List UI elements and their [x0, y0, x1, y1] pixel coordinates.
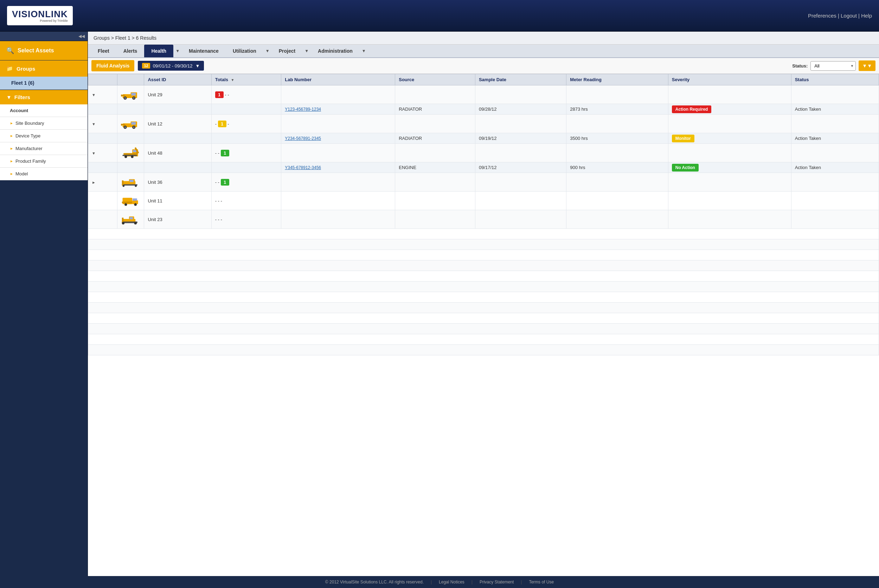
help-link[interactable]: Help [861, 13, 872, 19]
chevron-right-icon3: ► [10, 147, 14, 150]
filter-account[interactable]: Account [0, 104, 87, 117]
meter-reading-cell [566, 192, 668, 210]
status-cell: Action Taken [791, 104, 879, 115]
tab-health[interactable]: Health [144, 45, 173, 57]
preferences-link[interactable]: Preferences [808, 13, 837, 19]
status-cell [791, 86, 879, 104]
badge-green: 1 [221, 179, 229, 186]
privacy-statement-link[interactable]: Privacy Statement [479, 580, 514, 585]
col-asset-id[interactable]: Asset ID [144, 74, 211, 86]
select-assets-button[interactable]: 🔍 Select Assets [0, 41, 87, 60]
status-cell [791, 210, 879, 229]
tab-administration[interactable]: Administration [311, 45, 360, 57]
filter-product-family[interactable]: ► Product Family [0, 155, 87, 168]
expand-cell[interactable]: ▼ [88, 86, 117, 104]
filter-model[interactable]: ► Model [0, 168, 87, 180]
main-layout: ◀◀ 🔍 Select Assets 📁 Groups Fleet 1 (6) … [0, 32, 879, 576]
expand-cell [88, 133, 117, 144]
footer-sep1: | [431, 580, 432, 585]
icon-cell [117, 104, 144, 115]
svg-point-13 [125, 126, 126, 128]
expand-cell [88, 104, 117, 115]
tab-project[interactable]: Project [272, 45, 302, 57]
icon-cell [117, 162, 144, 173]
col-lab-number[interactable]: Lab Number [281, 74, 395, 86]
severity-cell [668, 192, 791, 210]
filter-device-type[interactable]: ► Device Type [0, 130, 87, 142]
logo-box: VISIONLINK Powered by Trimble [7, 6, 73, 25]
asset-id-cell: Unit 36 [144, 173, 211, 192]
fluid-analysis-button[interactable]: Fluid Analysis [92, 60, 134, 71]
filter-site-boundary[interactable]: ► Site Boundary [0, 117, 87, 130]
severity-cell: No Action [668, 162, 791, 173]
svg-point-26 [131, 155, 134, 158]
header: VISIONLINK Powered by Trimble Preference… [0, 0, 879, 32]
device-type-label: Device Type [15, 133, 41, 138]
svg-rect-11 [132, 122, 136, 124]
meter-reading-cell: 900 hrs [566, 162, 668, 173]
col-totals[interactable]: Totals ▼ [211, 74, 281, 86]
tab-health-dropdown[interactable]: ▼ [173, 46, 182, 56]
col-status[interactable]: Status [791, 74, 879, 86]
tab-utilization-dropdown[interactable]: ▼ [263, 46, 272, 56]
chevron-right-icon2: ► [10, 134, 14, 138]
table-row [88, 239, 879, 250]
expand-cell[interactable]: ► [88, 173, 117, 192]
fleet-item[interactable]: Fleet 1 (6) [0, 76, 87, 90]
lab-number-cell[interactable]: Y234-567891-2345 [281, 133, 395, 144]
asset-icon-cell [117, 210, 144, 229]
filter-icon-button[interactable]: ▼▼ [859, 60, 876, 71]
expand-cell[interactable]: ▼ [88, 144, 117, 162]
table-row: Y234-567891-2345 RADIATOR 09/19/12 3500 … [88, 133, 879, 144]
table-row: ▼ [88, 115, 879, 133]
legal-notices-link[interactable]: Legal Notices [439, 580, 464, 585]
lab-number-cell[interactable]: Y123-456789-1234 [281, 104, 395, 115]
severity-cell: Monitor [668, 133, 791, 144]
breadcrumb: Groups > Fleet 1 > 6 Results [88, 32, 879, 45]
tab-alerts[interactable]: Alerts [116, 45, 144, 57]
svg-point-6 [133, 98, 135, 99]
product-family-label: Product Family [15, 159, 46, 164]
expand-cell [88, 210, 117, 229]
sidebar-collapse-button[interactable]: ◀◀ [0, 32, 87, 41]
date-picker[interactable]: 12 09/01/12 - 09/30/12 ▼ [138, 61, 204, 70]
source-cell: ENGINE [395, 162, 475, 173]
tab-project-dropdown[interactable]: ▼ [302, 46, 311, 56]
lab-link: Y234-567891-2345 [285, 136, 321, 141]
col-sample-date[interactable]: Sample Date [475, 74, 566, 86]
svg-point-32 [123, 185, 125, 187]
terms-of-use-link[interactable]: Terms of Use [529, 580, 554, 585]
footer-sep3: | [521, 580, 522, 585]
status-cell: Action Taken [791, 133, 879, 144]
col-source[interactable]: Source [395, 74, 475, 86]
tab-utilization[interactable]: Utilization [226, 45, 263, 57]
sidebar: ◀◀ 🔍 Select Assets 📁 Groups Fleet 1 (6) … [0, 32, 88, 576]
col-meter-reading[interactable]: Meter Reading [566, 74, 668, 86]
table-row [88, 334, 879, 345]
severity-cell [668, 144, 791, 162]
groups-button[interactable]: 📁 Groups [0, 60, 87, 76]
table-row [88, 229, 879, 239]
machine-icon [121, 117, 140, 129]
col-severity[interactable]: Severity [668, 74, 791, 86]
table-row: Y345-678912-3456 ENGINE 09/17/12 900 hrs… [88, 162, 879, 173]
status-area: Status: All Action Required Monitor No A… [792, 60, 876, 71]
status-select[interactable]: All Action Required Monitor No Action [810, 61, 856, 70]
expand-cell[interactable]: ▼ [88, 115, 117, 133]
svg-rect-29 [130, 180, 134, 182]
tab-maintenance[interactable]: Maintenance [182, 45, 226, 57]
totals-cell [211, 104, 281, 115]
filter-manufacturer[interactable]: ► Manufacturer [0, 142, 87, 155]
lab-number-cell[interactable]: Y345-678912-3456 [281, 162, 395, 173]
table-row [88, 271, 879, 282]
filters-section[interactable]: ▼ Filters [0, 90, 87, 104]
logout-link[interactable]: Logout [841, 13, 857, 19]
asset-icon-cell [117, 192, 144, 210]
tab-fleet[interactable]: Fleet [91, 45, 116, 57]
asset-icon-cell [117, 86, 144, 104]
svg-point-33 [135, 185, 137, 187]
tab-administration-dropdown[interactable]: ▼ [360, 46, 368, 56]
svg-point-37 [125, 203, 127, 206]
asset-icon-cell [117, 173, 144, 192]
severity-badge-red: Action Required [672, 105, 712, 113]
